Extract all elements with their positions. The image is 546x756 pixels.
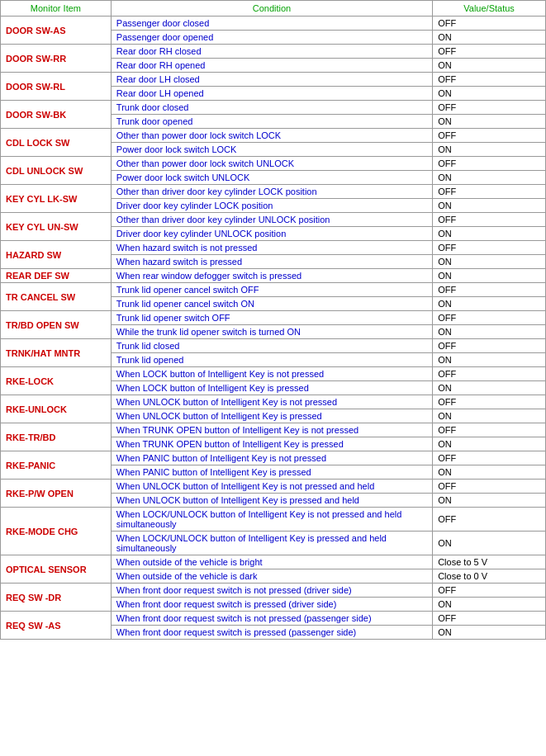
value-cell: ON [433, 31, 546, 45]
condition-cell: When outside of the vehicle is bright [111, 555, 432, 569]
table-row: RKE-MODE CHGWhen LOCK/UNLOCK button of I… [1, 508, 546, 532]
value-cell: OFF [433, 584, 546, 598]
condition-cell: Rear door LH opened [111, 87, 432, 101]
condition-cell: When PANIC button of Intelligent Key is … [111, 465, 432, 480]
condition-cell: When LOCK button of Intelligent Key is p… [111, 381, 432, 395]
condition-cell: Trunk lid closed [111, 339, 432, 353]
condition-cell: Passenger door closed [111, 17, 432, 31]
condition-cell: Rear door LH closed [111, 73, 432, 87]
value-cell: ON [433, 494, 546, 508]
condition-cell: When TRUNK OPEN button of Intelligent Ke… [111, 437, 432, 451]
value-cell: ON [433, 532, 546, 555]
monitor-item-label: CDL LOCK SW [1, 129, 112, 157]
table-row: RKE-TR/BDWhen TRUNK OPEN button of Intel… [1, 423, 546, 437]
table-row: KEY CYL LK-SWOther than driver door key … [1, 185, 546, 199]
condition-cell: Driver door key cylinder UNLOCK position [111, 227, 432, 241]
condition-cell: When LOCK/UNLOCK button of Intelligent K… [111, 532, 432, 555]
value-cell: OFF [433, 101, 546, 115]
monitor-item-label: DOOR SW-RR [1, 45, 112, 73]
value-cell: OFF [433, 73, 546, 87]
value-cell: ON [433, 269, 546, 283]
value-cell: OFF [433, 157, 546, 171]
condition-cell: When hazard switch is not pressed [111, 241, 432, 255]
header-value: Value/Status [433, 1, 546, 17]
value-cell: OFF [433, 423, 546, 437]
condition-cell: When rear window defogger switch is pres… [111, 269, 432, 283]
table-row: HAZARD SWWhen hazard switch is not press… [1, 241, 546, 255]
value-cell: ON [433, 297, 546, 311]
condition-cell: Rear door RH opened [111, 59, 432, 73]
table-row: REQ SW -ASWhen front door request switch… [1, 612, 546, 626]
condition-cell: When outside of the vehicle is dark [111, 569, 432, 584]
value-cell: OFF [433, 367, 546, 381]
monitor-item-label: REQ SW -DR [1, 584, 112, 612]
table-row: DOOR SW-ASPassenger door closedOFF [1, 17, 546, 31]
monitor-item-label: DOOR SW-BK [1, 101, 112, 129]
table-row: OPTICAL SENSORWhen outside of the vehicl… [1, 555, 546, 569]
value-cell: OFF [433, 129, 546, 143]
monitor-item-label: RKE-P/W OPEN [1, 480, 112, 508]
value-cell: Close to 5 V [433, 555, 546, 569]
value-cell: OFF [433, 339, 546, 353]
table-row: CDL UNLOCK SWOther than power door lock … [1, 157, 546, 171]
monitor-item-label: REAR DEF SW [1, 269, 112, 283]
condition-cell: Trunk lid opened [111, 353, 432, 367]
condition-cell: When UNLOCK button of Intelligent Key is… [111, 480, 432, 494]
value-cell: OFF [433, 311, 546, 325]
table-row: TR CANCEL SWTrunk lid opener cancel swit… [1, 283, 546, 297]
table-row: DOOR SW-RRRear door RH closedOFF [1, 45, 546, 59]
value-cell: OFF [433, 213, 546, 227]
value-cell: ON [433, 171, 546, 185]
value-cell: ON [433, 59, 546, 73]
condition-cell: Other than driver door key cylinder LOCK… [111, 185, 432, 199]
value-cell: OFF [433, 451, 546, 465]
condition-cell: When UNLOCK button of Intelligent Key is… [111, 494, 432, 508]
condition-cell: Other than driver door key cylinder UNLO… [111, 213, 432, 227]
monitor-table: Monitor Item Condition Value/Status DOOR… [0, 0, 546, 640]
condition-cell: Power door lock switch UNLOCK [111, 171, 432, 185]
monitor-item-label: RKE-UNLOCK [1, 395, 112, 423]
table-row: TRNK/HAT MNTRTrunk lid closedOFF [1, 339, 546, 353]
monitor-item-label: TRNK/HAT MNTR [1, 339, 112, 367]
condition-cell: When front door request switch is presse… [111, 598, 432, 612]
table-row: RKE-UNLOCKWhen UNLOCK button of Intellig… [1, 395, 546, 409]
value-cell: OFF [433, 283, 546, 297]
table-row: REAR DEF SWWhen rear window defogger swi… [1, 269, 546, 283]
monitor-item-label: HAZARD SW [1, 241, 112, 269]
value-cell: ON [433, 437, 546, 451]
value-cell: OFF [433, 17, 546, 31]
condition-cell: When front door request switch is not pr… [111, 612, 432, 626]
value-cell: OFF [433, 508, 546, 532]
table-row: TR/BD OPEN SWTrunk lid opener switch OFF… [1, 311, 546, 325]
table-row: RKE-P/W OPENWhen UNLOCK button of Intell… [1, 480, 546, 494]
condition-cell: When LOCK/UNLOCK button of Intelligent K… [111, 508, 432, 532]
value-cell: ON [433, 115, 546, 129]
condition-cell: Trunk door closed [111, 101, 432, 115]
monitor-item-label: RKE-TR/BD [1, 423, 112, 451]
condition-cell: When UNLOCK button of Intelligent Key is… [111, 395, 432, 409]
header-condition: Condition [111, 1, 432, 17]
condition-cell: Other than power door lock switch UNLOCK [111, 157, 432, 171]
table-row: REQ SW -DRWhen front door request switch… [1, 584, 546, 598]
monitor-item-label: TR CANCEL SW [1, 283, 112, 311]
value-cell: ON [433, 465, 546, 480]
table-row: RKE-PANICWhen PANIC button of Intelligen… [1, 451, 546, 465]
value-cell: ON [433, 325, 546, 339]
value-cell: ON [433, 227, 546, 241]
value-cell: ON [433, 199, 546, 213]
condition-cell: Other than power door lock switch LOCK [111, 129, 432, 143]
monitor-item-label: REQ SW -AS [1, 612, 112, 640]
condition-cell: When hazard switch is pressed [111, 255, 432, 269]
monitor-item-label: KEY CYL UN-SW [1, 213, 112, 241]
monitor-item-label: DOOR SW-AS [1, 17, 112, 45]
condition-cell: When PANIC button of Intelligent Key is … [111, 451, 432, 465]
table-row: DOOR SW-RLRear door LH closedOFF [1, 73, 546, 87]
value-cell: OFF [433, 241, 546, 255]
value-cell: OFF [433, 480, 546, 494]
condition-cell: While the trunk lid opener switch is tur… [111, 325, 432, 339]
monitor-item-label: RKE-MODE CHG [1, 508, 112, 555]
value-cell: ON [433, 381, 546, 395]
value-cell: ON [433, 255, 546, 269]
table-row: CDL LOCK SWOther than power door lock sw… [1, 129, 546, 143]
table-row: DOOR SW-BKTrunk door closedOFF [1, 101, 546, 115]
